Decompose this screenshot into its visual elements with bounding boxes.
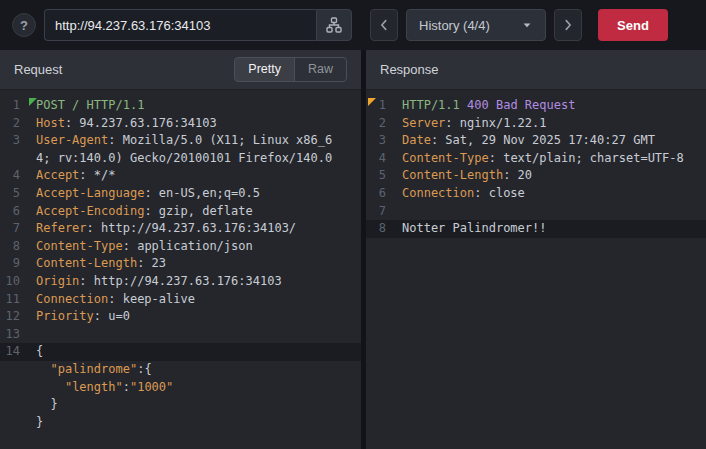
token: Referer <box>36 221 87 235</box>
tab-pretty[interactable]: Pretty <box>235 58 294 81</box>
code-line[interactable]: } <box>0 414 361 432</box>
token: 400 Bad Request <box>467 98 575 112</box>
code-line[interactable]: 12Priority: u=0 <box>0 308 361 326</box>
sitemap-icon <box>326 17 342 33</box>
code-line[interactable]: 2Server: nginx/1.22.1 <box>366 115 706 133</box>
code-line[interactable]: 6Accept-Encoding: gzip, deflate <box>0 203 361 221</box>
line-number <box>0 379 28 397</box>
token: : keep-alive <box>108 292 195 306</box>
caret-down-icon <box>521 19 533 31</box>
line-text: Server: nginx/1.22.1 <box>394 115 706 133</box>
code-line[interactable]: 9Content-Length: 23 <box>0 255 361 273</box>
url-input[interactable] <box>44 9 316 41</box>
line-text: Date: Sat, 29 Nov 2025 17:40:27 GMT <box>394 132 706 150</box>
code-line[interactable]: "palindrome":{ <box>0 361 361 379</box>
token: : application/json <box>123 239 253 253</box>
line-number: 7 <box>366 203 394 221</box>
code-line[interactable]: "length":"1000" <box>0 379 361 397</box>
code-line[interactable]: 2Host: 94.237.63.176:34103 <box>0 115 361 133</box>
response-title: Response <box>380 62 439 77</box>
code-line[interactable]: 10Origin: http://94.237.63.176:34103 <box>0 273 361 291</box>
send-button[interactable]: Send <box>598 9 668 41</box>
line-text: POST / HTTP/1.1 <box>28 97 361 115</box>
line-text: Connection: close <box>394 185 706 203</box>
code-line[interactable]: 4Accept: */* <box>0 167 361 185</box>
help-icon: ? <box>20 18 28 33</box>
token: POST / HTTP/1.1 <box>36 98 144 112</box>
history-dropdown-label: History (4/4) <box>419 18 490 33</box>
token <box>36 362 50 376</box>
code-line[interactable]: 8Content-Type: application/json <box>0 238 361 256</box>
replay-window: ? Histor <box>0 0 706 449</box>
token: :{ <box>137 362 151 376</box>
line-number: 4 <box>0 167 28 185</box>
help-button[interactable]: ? <box>12 13 36 37</box>
token: : text/plain; charset=UTF-8 <box>489 151 684 165</box>
token: Content-Type <box>36 239 123 253</box>
token: Accept-Encoding <box>36 204 144 218</box>
token: Notter Palindromer!! <box>402 221 547 235</box>
code-line[interactable]: 8Notter Palindromer!! <box>366 220 706 238</box>
history-next-button[interactable] <box>554 9 582 41</box>
code-line[interactable]: 7Referer: http://94.237.63.176:34103/ <box>0 220 361 238</box>
line-number <box>0 361 28 379</box>
code-line[interactable]: 1POST / HTTP/1.1 <box>0 97 361 115</box>
topbar: ? Histor <box>0 0 706 50</box>
sitemap-button[interactable] <box>316 9 352 41</box>
code-line[interactable]: 6Connection: close <box>366 185 706 203</box>
line-number: 5 <box>0 185 28 203</box>
line-text: Connection: keep-alive <box>28 291 361 309</box>
line-text: User-Agent: Mozilla/5.0 (X11; Linux x86_… <box>28 132 361 167</box>
token: : u=0 <box>94 309 130 323</box>
token: } <box>36 397 58 411</box>
token: Accept <box>36 168 79 182</box>
token: : nginx/1.22.1 <box>445 116 546 130</box>
line-number: 3 <box>0 132 28 167</box>
response-pane: Response 1HTTP/1.1 400 Bad Request2Serve… <box>366 50 706 449</box>
line-text: HTTP/1.1 400 Bad Request <box>394 97 706 115</box>
view-mode-toggle: Pretty Raw <box>234 57 347 82</box>
token: User-Agent <box>36 133 108 147</box>
code-line[interactable]: 11Connection: keep-alive <box>0 291 361 309</box>
token: Accept-Language <box>36 186 144 200</box>
code-line[interactable]: 1HTTP/1.1 400 Bad Request <box>366 97 706 115</box>
token: "1000" <box>130 380 173 394</box>
token: Connection <box>402 186 474 200</box>
response-editor[interactable]: 1HTTP/1.1 400 Bad Request2Server: nginx/… <box>366 90 706 449</box>
request-editor[interactable]: 1POST / HTTP/1.12Host: 94.237.63.176:341… <box>0 90 361 449</box>
chevron-left-icon <box>377 18 391 32</box>
line-number: 8 <box>0 238 28 256</box>
token: "length" <box>65 380 123 394</box>
token: "palindrome" <box>50 362 137 376</box>
line-text: Notter Palindromer!! <box>394 220 706 238</box>
token: Content-Length <box>402 168 503 182</box>
line-text: "palindrome":{ <box>28 361 361 379</box>
line-number: 11 <box>0 291 28 309</box>
code-line[interactable]: 7 <box>366 203 706 221</box>
request-pane: Request Pretty Raw 1POST / HTTP/1.12Host… <box>0 50 361 449</box>
code-line[interactable]: 4Content-Type: text/plain; charset=UTF-8 <box>366 150 706 168</box>
history-dropdown[interactable]: History (4/4) <box>406 9 546 41</box>
line-text: Referer: http://94.237.63.176:34103/ <box>28 220 361 238</box>
code-line[interactable]: 13 <box>0 326 361 344</box>
code-line[interactable]: 14{ <box>0 343 361 361</box>
code-line[interactable]: 5Content-Length: 20 <box>366 167 706 185</box>
line-number: 14 <box>0 343 28 361</box>
code-line[interactable]: 3Date: Sat, 29 Nov 2025 17:40:27 GMT <box>366 132 706 150</box>
line-text: Origin: http://94.237.63.176:34103 <box>28 273 361 291</box>
code-line[interactable]: 5Accept-Language: en-US,en;q=0.5 <box>0 185 361 203</box>
token: : gzip, deflate <box>144 204 252 218</box>
line-text: Host: 94.237.63.176:34103 <box>28 115 361 133</box>
token: Host <box>36 116 65 130</box>
token: Server <box>402 116 445 130</box>
history-prev-button[interactable] <box>370 9 398 41</box>
code-line[interactable]: 3User-Agent: Mozilla/5.0 (X11; Linux x86… <box>0 132 361 167</box>
line-number: 10 <box>0 273 28 291</box>
line-number: 8 <box>366 220 394 238</box>
line-text: { <box>28 343 361 361</box>
token: Connection <box>36 292 108 306</box>
line-text: Accept-Encoding: gzip, deflate <box>28 203 361 221</box>
code-line[interactable]: } <box>0 396 361 414</box>
request-pane-header: Request Pretty Raw <box>0 50 361 90</box>
tab-raw[interactable]: Raw <box>294 58 346 81</box>
